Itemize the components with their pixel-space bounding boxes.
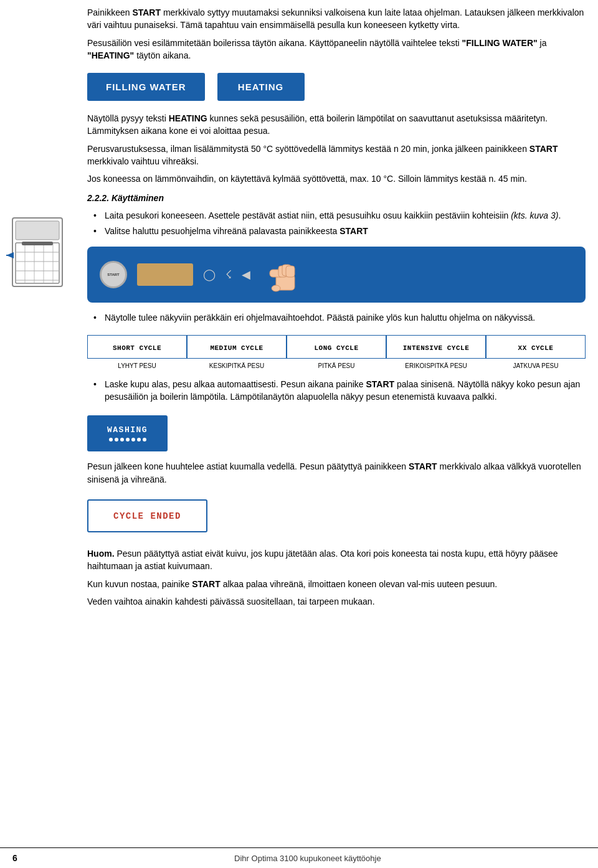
cycle-cell-medium: MEDIUM CYCLE <box>187 335 287 359</box>
paragraph-3: Näytöllä pysyy teksti HEATING kunnes sek… <box>87 112 586 138</box>
paragraph-5: Jos koneessa on lämmönvaihdin, on käytet… <box>87 172 586 185</box>
cycle-cell-xx: XX CYCLE <box>486 335 586 359</box>
cycle-cell-short: SHORT CYCLE <box>87 335 187 359</box>
cycle-sublabel-xx: JATKUVA PESU <box>486 361 586 370</box>
cycle-cell-long: LONG CYCLE <box>287 335 386 359</box>
cycle-label-intensive: INTENSIVE CYCLE <box>403 344 470 352</box>
washing-dots <box>107 438 148 441</box>
washing-dot-1 <box>109 438 113 441</box>
cycle-row: SHORT CYCLE MEDIUM CYCLE LONG CYCLE INTE… <box>87 335 586 359</box>
cycle-label-short: SHORT CYCLE <box>113 344 161 352</box>
cycle-sublabel-intensive: ERIKOISPITKÄ PESU <box>386 361 486 370</box>
panel-illustration: START ◯ ☇ ◀ <box>87 247 586 303</box>
svg-point-19 <box>272 285 280 291</box>
bullet-item-3: Näytolle tulee näkyviin peräkkäin eri oh… <box>93 311 586 324</box>
cycle-sublabel-short: LYHYT PESU <box>87 361 187 370</box>
bullet-item-1: Laita pesukori koneeseen. Asettele pestä… <box>93 209 586 222</box>
washing-box-container: WASHING <box>87 407 586 460</box>
bullet-list: Laita pesukori koneeseen. Asettele pestä… <box>87 209 586 238</box>
dishwasher-illustration <box>6 212 75 299</box>
svg-rect-1 <box>16 243 59 283</box>
svg-rect-10 <box>16 221 59 240</box>
footer-title: Dihr Optima 3100 kupukoneet käyttöohje <box>30 854 586 863</box>
panel-display <box>137 263 193 286</box>
paragraph-7: Kun kuvun nostaa, painike START alkaa pa… <box>87 578 586 590</box>
huom-paragraph: Huom. Pesun päätyttyä astiat eivät kuivu… <box>87 547 586 573</box>
page-container: Painikkeen START merkkivalo syttyy muuta… <box>0 0 598 868</box>
body-text: Painikkeen START merkkivalo syttyy muuta… <box>81 0 598 847</box>
filling-water-display: FILLING WATER <box>87 73 205 101</box>
cycle-sublabel-long: PITKÄ PESU <box>287 361 386 370</box>
paragraph-6: Pesun jälkeen kone huuhtelee astiat kuum… <box>87 460 586 486</box>
washing-dot-6 <box>137 438 141 441</box>
cycle-ended-box: CYCLE ENDED <box>87 499 207 532</box>
main-content: Painikkeen START merkkivalo syttyy muuta… <box>0 0 598 847</box>
washing-dot-2 <box>115 438 118 441</box>
bullet-list-2: Näytolle tulee näkyviin peräkkäin eri oh… <box>87 311 586 324</box>
panel-icon-3: ◀ <box>242 268 250 281</box>
footer: 6 Dihr Optima 3100 kupukoneet käyttöohje <box>0 847 598 868</box>
svg-rect-11 <box>22 242 53 245</box>
section-heading: 2.2.2. Käyttäminen <box>87 192 586 204</box>
washing-dot-5 <box>131 438 135 441</box>
cycle-cell-intensive: INTENSIVE CYCLE <box>386 335 486 359</box>
cycle-ended-text: CYCLE ENDED <box>113 511 181 521</box>
panel-icon-2: ☇ <box>225 268 232 281</box>
cycle-sublabels: LYHYT PESU KESKIPITKÄ PESU PITKÄ PESU ER… <box>87 361 586 370</box>
bullet-item-2: Valitse haluttu pesuohjelma vihreänä pal… <box>93 225 586 237</box>
footer-page-number: 6 <box>12 853 17 863</box>
panel-icon-1: ◯ <box>203 268 216 281</box>
bullet-list-3: Laske kupu alas, pesu alkaa automaattise… <box>87 378 586 403</box>
cycle-sublabel-medium: KESKIPITKÄ PESU <box>187 361 287 370</box>
washing-dot-7 <box>143 438 146 441</box>
display-boxes: FILLING WATER HEATING <box>87 73 586 101</box>
washing-text: WASHING <box>107 425 148 435</box>
paragraph-4: Perusvarustuksessa, ilman lisälämmitystä… <box>87 143 586 168</box>
cycle-ended-container: CYCLE ENDED <box>87 491 586 541</box>
cycle-label-xx: XX CYCLE <box>518 344 554 352</box>
svg-rect-18 <box>286 266 295 277</box>
paragraph-1: Painikkeen START merkkivalo syttyy muuta… <box>87 6 586 32</box>
heating-display: HEATING <box>217 73 305 101</box>
bullet-item-4: Laske kupu alas, pesu alkaa automaattise… <box>93 378 586 403</box>
panel-icons: ◯ ☇ ◀ <box>203 268 250 281</box>
cycle-label-long: LONG CYCLE <box>314 344 358 352</box>
paragraph-2: Pesusäiliön vesi esilämmitetään boileris… <box>87 37 586 62</box>
cycle-label-medium: MEDIUM CYCLE <box>210 344 263 352</box>
start-button-display: START <box>100 261 127 288</box>
paragraph-8: Veden vaihtoa ainakin kahdesti päivässä … <box>87 595 586 608</box>
washing-dot-4 <box>126 438 130 441</box>
washing-dot-3 <box>120 438 124 441</box>
left-margin <box>0 0 81 847</box>
washing-box: WASHING <box>87 415 168 451</box>
finger-illustration <box>267 253 301 296</box>
